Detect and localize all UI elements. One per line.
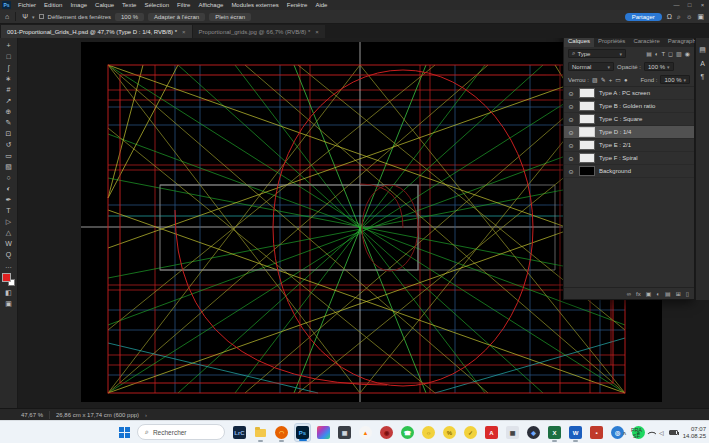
maximize-button[interactable]: □: [683, 2, 696, 8]
layer-group-icon[interactable]: ▤: [665, 290, 671, 297]
zoom-100-button[interactable]: 100 %: [115, 13, 144, 21]
bell-icon[interactable]: Ω: [667, 13, 672, 21]
lock-pixels-icon[interactable]: ✎: [601, 76, 606, 83]
lock-all-icon[interactable]: ●: [624, 77, 628, 83]
status-caret-icon[interactable]: ›: [145, 412, 147, 418]
taskbar-app-photos[interactable]: [315, 423, 332, 442]
object-selection-tool[interactable]: ∗: [2, 73, 16, 84]
volume-icon[interactable]: ◁: [659, 429, 664, 436]
visibility-eye-icon[interactable]: ⊙: [567, 155, 575, 162]
foreground-color-swatch[interactable]: [2, 273, 11, 282]
adjustment-layer-icon[interactable]: ◐: [656, 291, 660, 297]
marquee-tool[interactable]: □: [2, 51, 16, 62]
taskbar-app-firefox[interactable]: ◠: [273, 423, 290, 442]
layer-row[interactable]: ⊙Type D : 1/4: [564, 126, 694, 139]
menu-item-fichier[interactable]: Fichier: [14, 2, 40, 8]
filter-pixel-icon[interactable]: ▤: [646, 50, 652, 57]
filter-adjustment-icon[interactable]: ◐: [655, 51, 659, 57]
visibility-eye-icon[interactable]: ⊙: [567, 116, 575, 123]
taskbar-app-dark-app[interactable]: ◆: [525, 423, 542, 442]
fill-combo[interactable]: 100 % ▾: [660, 75, 690, 84]
scroll-all-windows-checkbox[interactable]: [39, 14, 44, 19]
lasso-tool[interactable]: ʃ: [2, 62, 16, 73]
home-icon[interactable]: ⌂: [5, 13, 9, 20]
layer-filter-combo[interactable]: ⌕ Type ▾: [568, 49, 626, 58]
taskbar-app-lightroom[interactable]: LrC: [231, 423, 248, 442]
layer-row[interactable]: ⊙Type C : Square: [564, 113, 694, 126]
layer-row[interactable]: ⊙Type E : 2/1: [564, 139, 694, 152]
workspace-icon[interactable]: ☼: [686, 13, 692, 21]
taskbar-app-capture-device[interactable]: ▦: [336, 423, 353, 442]
libraries-panel-icon[interactable]: ▤: [699, 46, 706, 54]
menu-item-texte[interactable]: Texte: [118, 2, 140, 8]
wifi-icon[interactable]: [647, 429, 657, 439]
eyedropper-tool[interactable]: ↗: [2, 95, 16, 106]
blend-mode-combo[interactable]: Normal ▾: [568, 62, 614, 71]
language-indicator[interactable]: FRA SF: [631, 427, 642, 439]
lock-artboard-icon[interactable]: ▭: [615, 76, 621, 83]
search-icon[interactable]: ⌕: [677, 13, 681, 21]
menu-item-filtre[interactable]: Filtre: [173, 2, 194, 8]
paragraph-panel-icon[interactable]: ¶: [701, 73, 705, 80]
color-swatches[interactable]: [2, 273, 15, 286]
path-select-tool[interactable]: ▷: [2, 216, 16, 227]
filter-shape-icon[interactable]: ◻: [668, 50, 673, 57]
clone-stamp-tool[interactable]: ⊡: [2, 128, 16, 139]
menu-item-edition[interactable]: Edition: [40, 2, 66, 8]
filter-type-icon[interactable]: T: [661, 51, 665, 57]
lock-position-icon[interactable]: +: [609, 77, 613, 83]
clock[interactable]: 07:07 14.08.25: [683, 426, 706, 439]
taskbar-app-red-square-app[interactable]: ▪: [588, 423, 605, 442]
menu-item-fentre[interactable]: Fenêtre: [283, 2, 312, 8]
character-panel-icon[interactable]: A: [700, 60, 705, 67]
layer-row[interactable]: ⊙Type A : PC screen: [564, 87, 694, 100]
start-button[interactable]: [119, 427, 130, 438]
layer-row[interactable]: ⊙Background: [564, 165, 694, 178]
visibility-eye-icon[interactable]: ⊙: [567, 142, 575, 149]
layer-style-icon[interactable]: fx: [636, 291, 641, 297]
move-tool[interactable]: +: [2, 40, 16, 51]
share-button[interactable]: Partager: [625, 13, 662, 21]
gradient-tool[interactable]: ▧: [2, 161, 16, 172]
fullscreen-button[interactable]: Plein écran: [209, 13, 251, 21]
battery-icon[interactable]: [669, 430, 678, 435]
menu-item-image[interactable]: Image: [66, 2, 91, 8]
chevron-down-icon[interactable]: ▾: [32, 14, 35, 20]
filter-pin-icon[interactable]: ◉: [685, 50, 690, 57]
menu-item-affichage[interactable]: Affichage: [194, 2, 227, 8]
type-tool[interactable]: T: [2, 205, 16, 216]
taskbar-app-whatsapp[interactable]: ☎: [399, 423, 416, 442]
shape-tool[interactable]: △: [2, 227, 16, 238]
hand-tool-icon[interactable]: Ψ: [22, 13, 28, 20]
link-layers-icon[interactable]: ∞: [627, 291, 631, 297]
taskbar-app-explorer[interactable]: [252, 423, 269, 442]
crop-tool[interactable]: #: [2, 84, 16, 95]
visibility-eye-icon[interactable]: ⊙: [567, 129, 575, 136]
brush-tool[interactable]: ✎: [2, 117, 16, 128]
taskbar-app-word[interactable]: W: [567, 423, 584, 442]
menu-item-slection[interactable]: Sélection: [140, 2, 173, 8]
taskbar-app-excel[interactable]: X: [546, 423, 563, 442]
visibility-eye-icon[interactable]: ⊙: [567, 90, 575, 97]
layer-mask-icon[interactable]: ▣: [646, 290, 652, 297]
opacity-combo[interactable]: 100 % ▾: [644, 62, 674, 71]
layer-row[interactable]: ⊙Type F : Spiral: [564, 152, 694, 165]
lock-transparency-icon[interactable]: ▨: [592, 76, 598, 83]
taskbar-app-calculator[interactable]: ▦: [504, 423, 521, 442]
menu-item-modulesexternes[interactable]: Modules externes: [227, 2, 282, 8]
visibility-eye-icon[interactable]: ⊙: [567, 168, 575, 175]
new-layer-icon[interactable]: ⊞: [676, 290, 681, 297]
pen-tool[interactable]: ✒: [2, 194, 16, 205]
history-brush-tool[interactable]: ↺: [2, 139, 16, 150]
menu-item-calque[interactable]: Calque: [91, 2, 118, 8]
spot-healing-tool[interactable]: ⊕: [2, 106, 16, 117]
layout-icon[interactable]: ▣: [697, 13, 704, 21]
delete-layer-icon[interactable]: ▯: [686, 290, 689, 297]
taskbar-app-yellow-app-1[interactable]: ☼: [420, 423, 437, 442]
blur-tool[interactable]: ○: [2, 172, 16, 183]
zoom-tool[interactable]: Q: [2, 249, 16, 260]
taskbar-app-vlc[interactable]: ▲: [357, 423, 374, 442]
dodge-tool[interactable]: ◐: [2, 183, 16, 194]
taskbar-app-yellow-app-3[interactable]: ✓: [462, 423, 479, 442]
taskbar-app-photoshop[interactable]: Ps: [294, 423, 311, 442]
